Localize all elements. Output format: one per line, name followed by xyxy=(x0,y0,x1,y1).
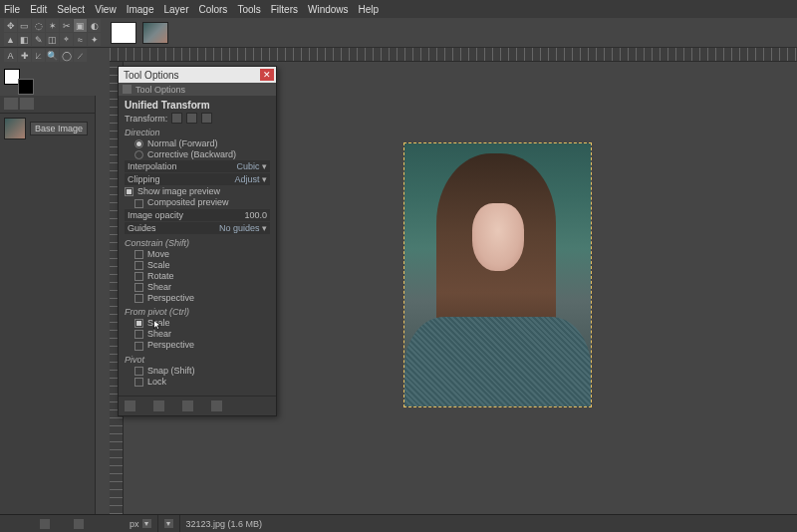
pivot-snap-option[interactable]: Snap (Shift) xyxy=(125,366,270,376)
frompivot-scale-option[interactable]: Scale xyxy=(125,318,270,328)
interpolation-label: Interpolation xyxy=(128,161,177,171)
constrain-scale-option[interactable]: Scale xyxy=(125,260,270,270)
tool-color-picker-icon[interactable]: ⟋ xyxy=(74,49,87,62)
tool-options-dialog[interactable]: Tool Options ✕ Tool Options Unified Tran… xyxy=(118,66,277,416)
tool-smudge-icon[interactable]: ≈ xyxy=(74,33,87,46)
transform-path-icon[interactable] xyxy=(201,113,212,124)
menu-image[interactable]: Image xyxy=(127,4,154,15)
top-row: ✥ ▭ ◌ ✶ ✂ ▣ ◐ ▲ ◧ ✎ ◫ ⌖ ≈ ✦ xyxy=(0,18,797,48)
menu-filters[interactable]: Filters xyxy=(271,4,298,15)
status-left-icon-1[interactable] xyxy=(40,519,50,529)
pivot-lock-option[interactable]: Lock xyxy=(125,377,270,387)
status-left-icon-2[interactable] xyxy=(74,519,84,529)
dialog-close-button[interactable]: ✕ xyxy=(260,69,274,81)
dialog-tab-label[interactable]: Tool Options xyxy=(135,85,185,95)
tool-unified-transform-icon[interactable]: ▣ xyxy=(74,19,87,32)
thumbnail-blank[interactable] xyxy=(111,22,136,44)
tool-pencil-icon[interactable]: ✎ xyxy=(32,33,45,46)
checkbox-off-icon xyxy=(134,367,143,376)
clipping-combo[interactable]: Clipping Adjust ▾ xyxy=(125,173,270,185)
pivot-lock-label: Lock xyxy=(147,377,166,387)
ruler-horizontal[interactable] xyxy=(110,48,797,62)
layer-row[interactable]: Base Image xyxy=(0,114,95,143)
transform-layer-icon[interactable] xyxy=(171,113,182,124)
constrain-rotate-option[interactable]: Rotate xyxy=(125,271,270,281)
composited-option[interactable]: Composited preview xyxy=(125,197,270,207)
menu-select[interactable]: Select xyxy=(57,4,85,15)
canvas-image[interactable] xyxy=(404,143,591,406)
constrain-perspective-option[interactable]: Perspective xyxy=(125,293,270,303)
constrain-move-label: Move xyxy=(147,249,169,259)
transform-selection-icon[interactable] xyxy=(186,113,197,124)
dialog-tab-icon[interactable] xyxy=(123,85,132,94)
tool-text-icon[interactable]: A xyxy=(4,49,17,62)
chevron-down-icon: ▾ xyxy=(262,161,267,171)
dialog-titlebar[interactable]: Tool Options ✕ xyxy=(119,67,276,83)
dock-tab-channels-icon[interactable] xyxy=(20,98,34,110)
clipping-value: Adjust xyxy=(234,174,259,184)
menu-view[interactable]: View xyxy=(95,4,117,15)
tool-dodge-icon[interactable]: ◯ xyxy=(60,49,73,62)
interpolation-combo[interactable]: Interpolation Cubic ▾ xyxy=(125,160,270,172)
frompivot-title: From pivot (Ctrl) xyxy=(125,307,270,317)
toolbox-extra: A ✚ ⟀ 🔍 ◯ ⟋ xyxy=(0,48,96,101)
frompivot-perspective-option[interactable]: Perspective xyxy=(125,340,270,350)
dialog-body: Unified Transform Transform: Direction N… xyxy=(119,96,276,396)
chevron-down-icon: ▾ xyxy=(142,519,151,528)
tool-warp-icon[interactable]: ◐ xyxy=(88,19,101,32)
background-color[interactable] xyxy=(18,79,34,95)
frompivot-shear-option[interactable]: Shear xyxy=(125,329,270,339)
tool-bucket-icon[interactable]: ▲ xyxy=(4,33,17,46)
direction-corrective-option[interactable]: Corrective (Backward) xyxy=(125,149,270,159)
tool-free-select-icon[interactable]: ◌ xyxy=(32,19,45,32)
show-preview-option[interactable]: Show image preview xyxy=(125,186,270,196)
tool-zoom-icon[interactable]: 🔍 xyxy=(46,49,59,62)
interpolation-value: Cubic xyxy=(236,161,259,171)
pivot-title: Pivot xyxy=(125,355,270,365)
constrain-shear-option[interactable]: Shear xyxy=(125,282,270,292)
menu-edit[interactable]: Edit xyxy=(30,4,47,15)
guides-value: No guides xyxy=(219,223,260,233)
direction-normal-option[interactable]: Normal (Forward) xyxy=(125,138,270,148)
menu-help[interactable]: Help xyxy=(359,4,380,15)
dock-tabs xyxy=(0,96,95,114)
dialog-save-icon[interactable] xyxy=(125,400,135,411)
dialog-reset-icon[interactable] xyxy=(211,400,222,411)
tool-crop-icon[interactable]: ✂ xyxy=(60,19,73,32)
checkbox-off-icon xyxy=(134,330,143,339)
menu-colors[interactable]: Colors xyxy=(198,4,227,15)
menu-file[interactable]: File xyxy=(4,4,20,15)
tool-clone-icon[interactable]: ⌖ xyxy=(60,33,73,46)
tool-move-icon[interactable]: ✥ xyxy=(4,19,17,32)
dialog-restore-icon[interactable] xyxy=(153,400,164,411)
menu-tools[interactable]: Tools xyxy=(237,4,260,15)
menu-windows[interactable]: Windows xyxy=(308,4,349,15)
color-swatches[interactable] xyxy=(4,69,34,95)
show-preview-label: Show image preview xyxy=(137,186,220,196)
unit-selector[interactable]: px ▾ xyxy=(124,515,158,532)
pivot-section: Pivot Snap (Shift) Lock xyxy=(125,355,270,387)
frompivot-perspective-label: Perspective xyxy=(147,340,194,350)
menu-layer[interactable]: Layer xyxy=(163,4,188,15)
tool-fuzzy-select-icon[interactable]: ✶ xyxy=(46,19,59,32)
dialog-delete-icon[interactable] xyxy=(182,400,193,411)
unit-label: px xyxy=(130,519,139,529)
layer-name[interactable]: Base Image xyxy=(30,122,88,135)
guides-combo[interactable]: Guides No guides ▾ xyxy=(125,222,270,234)
chevron-down-icon: ▾ xyxy=(164,519,173,528)
tool-measure-icon[interactable]: ⟀ xyxy=(32,49,45,62)
tool-gradient-icon[interactable]: ◧ xyxy=(18,33,31,46)
thumbnail-image[interactable] xyxy=(142,22,168,44)
zoom-selector[interactable]: ▾ xyxy=(158,515,180,532)
checkbox-off-icon xyxy=(134,342,143,351)
tool-path-icon[interactable]: ✦ xyxy=(88,33,101,46)
image-thumbnails xyxy=(111,22,168,44)
tool-eraser-icon[interactable]: ◫ xyxy=(46,33,59,46)
constrain-move-option[interactable]: Move xyxy=(125,249,270,259)
image-opacity-slider[interactable]: Image opacity 100.0 xyxy=(125,209,270,221)
dock-tab-layers-icon[interactable] xyxy=(4,98,18,110)
direction-title: Direction xyxy=(125,128,270,137)
tool-rect-select-icon[interactable]: ▭ xyxy=(18,19,31,32)
constrain-shear-label: Shear xyxy=(147,282,171,292)
tool-heal-icon[interactable]: ✚ xyxy=(18,49,31,62)
